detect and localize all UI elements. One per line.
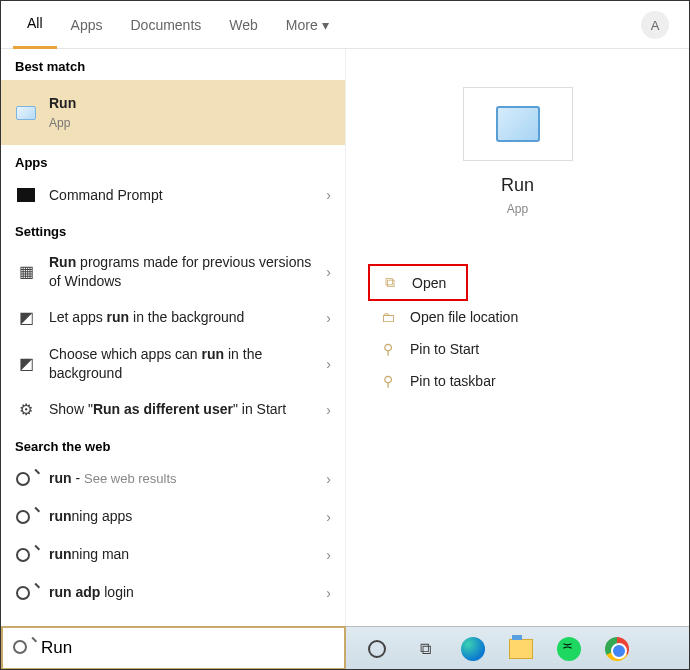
pin-icon: ⚲ bbox=[378, 373, 398, 389]
result-setting-choose-bg[interactable]: ◩ Choose which apps can run in the backg… bbox=[1, 337, 345, 391]
result-subtitle: App bbox=[49, 115, 331, 131]
search-input[interactable] bbox=[41, 638, 334, 658]
preview-subtitle: App bbox=[362, 202, 673, 216]
result-title: running man bbox=[49, 545, 326, 564]
search-icon bbox=[13, 640, 33, 657]
result-title: Choose which apps can run in the backgro… bbox=[49, 345, 326, 383]
pin-icon: ⚲ bbox=[378, 341, 398, 357]
preview-panel: Run App ⧉ Open 🗀 Open file location ⚲ Pi… bbox=[346, 49, 689, 626]
search-box[interactable] bbox=[1, 626, 346, 670]
settings-icon: ⚙ bbox=[15, 399, 37, 421]
taskbar: ⧉ bbox=[346, 626, 689, 670]
file-explorer-icon[interactable] bbox=[508, 636, 534, 662]
actions-list: ⧉ Open 🗀 Open file location ⚲ Pin to Sta… bbox=[362, 264, 673, 397]
action-open-location[interactable]: 🗀 Open file location bbox=[368, 301, 673, 333]
action-label: Open file location bbox=[410, 309, 518, 325]
chrome-icon[interactable] bbox=[604, 636, 630, 662]
tab-all[interactable]: All bbox=[13, 1, 57, 49]
chevron-right-icon: › bbox=[326, 547, 331, 563]
tab-web[interactable]: Web bbox=[215, 1, 272, 49]
chevron-right-icon: › bbox=[326, 471, 331, 487]
result-web-run-adp[interactable]: run adp login › bbox=[1, 574, 345, 612]
result-web-running-apps[interactable]: running apps › bbox=[1, 498, 345, 536]
section-web: Search the web bbox=[1, 429, 345, 460]
result-web-run[interactable]: run - See web results › bbox=[1, 460, 345, 498]
chevron-right-icon: › bbox=[326, 402, 331, 418]
task-view-icon[interactable]: ⧉ bbox=[412, 636, 438, 662]
result-run-app[interactable]: Run App bbox=[1, 80, 345, 145]
action-pin-taskbar[interactable]: ⚲ Pin to taskbar bbox=[368, 365, 673, 397]
spotify-icon[interactable] bbox=[556, 636, 582, 662]
cortana-icon[interactable] bbox=[364, 636, 390, 662]
preview-tile bbox=[463, 87, 573, 161]
chevron-right-icon: › bbox=[326, 585, 331, 601]
chevron-right-icon: › bbox=[326, 264, 331, 280]
tab-documents[interactable]: Documents bbox=[116, 1, 215, 49]
result-title: Run programs made for previous versions … bbox=[49, 253, 326, 291]
search-icon bbox=[15, 468, 37, 490]
section-best-match: Best match bbox=[1, 49, 345, 80]
edge-icon[interactable] bbox=[460, 636, 486, 662]
action-label: Open bbox=[412, 275, 446, 291]
action-label: Pin to Start bbox=[410, 341, 479, 357]
filter-tabs: All Apps Documents Web More▾ A bbox=[1, 1, 689, 49]
results-panel: Best match Run App Apps Command Prompt ›… bbox=[1, 49, 346, 626]
result-title: run adp login bbox=[49, 583, 326, 602]
chevron-down-icon: ▾ bbox=[322, 17, 329, 33]
search-icon bbox=[15, 582, 37, 604]
result-title: Command Prompt bbox=[49, 186, 326, 205]
result-setting-diff-user[interactable]: ⚙ Show "Run as different user" in Start … bbox=[1, 391, 345, 429]
result-title: running apps bbox=[49, 507, 326, 526]
chevron-right-icon: › bbox=[326, 310, 331, 326]
chevron-right-icon: › bbox=[326, 509, 331, 525]
folder-icon: 🗀 bbox=[378, 309, 398, 325]
search-icon bbox=[15, 544, 37, 566]
settings-icon: ▦ bbox=[15, 261, 37, 283]
terminal-icon bbox=[15, 184, 37, 206]
open-icon: ⧉ bbox=[380, 274, 400, 291]
section-settings: Settings bbox=[1, 214, 345, 245]
preview-title: Run bbox=[362, 175, 673, 196]
user-avatar[interactable]: A bbox=[641, 11, 669, 39]
run-icon bbox=[15, 102, 37, 124]
result-title: Let apps run in the background bbox=[49, 308, 326, 327]
result-title: run - See web results bbox=[49, 469, 326, 488]
chevron-right-icon: › bbox=[326, 187, 331, 203]
chevron-right-icon: › bbox=[326, 356, 331, 372]
result-title: Show "Run as different user" in Start bbox=[49, 400, 326, 419]
result-command-prompt[interactable]: Command Prompt › bbox=[1, 176, 345, 214]
result-title: Run bbox=[49, 94, 331, 113]
result-web-running-man[interactable]: running man › bbox=[1, 536, 345, 574]
settings-icon: ◩ bbox=[15, 353, 37, 375]
tab-apps[interactable]: Apps bbox=[57, 1, 117, 49]
result-setting-bg-apps[interactable]: ◩ Let apps run in the background › bbox=[1, 299, 345, 337]
run-icon bbox=[496, 106, 540, 142]
action-label: Pin to taskbar bbox=[410, 373, 496, 389]
tab-more[interactable]: More▾ bbox=[272, 1, 343, 49]
settings-icon: ◩ bbox=[15, 307, 37, 329]
action-pin-start[interactable]: ⚲ Pin to Start bbox=[368, 333, 673, 365]
action-open[interactable]: ⧉ Open bbox=[368, 264, 468, 301]
search-icon bbox=[15, 506, 37, 528]
section-apps: Apps bbox=[1, 145, 345, 176]
result-setting-compat[interactable]: ▦ Run programs made for previous version… bbox=[1, 245, 345, 299]
